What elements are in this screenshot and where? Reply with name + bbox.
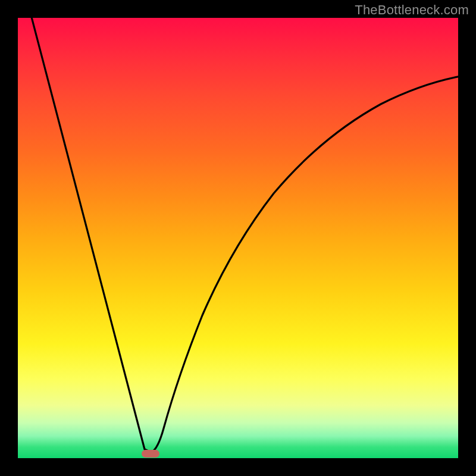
curve-svg — [18, 18, 458, 458]
plot-area — [18, 18, 458, 458]
chart-frame: TheBottleneck.com line — [0, 0, 476, 476]
watermark-label: TheBottleneck.com — [355, 2, 469, 18]
curve-path — [31, 18, 458, 452]
minimum-marker — [142, 450, 159, 458]
